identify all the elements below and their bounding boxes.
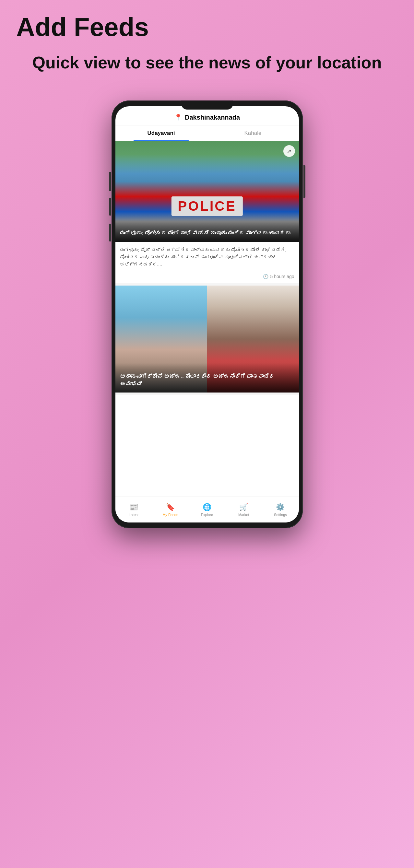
news-card-1[interactable]: ↗ ಮಂಗಳೂರು: ಪೊಲೀಸರ ಮೇಲೆ ದಾಳಿ ನಡೆಸಿ ಬಂದೂಕು… xyxy=(115,141,299,285)
tab-udayavani[interactable]: Udayavani xyxy=(115,125,207,141)
phone-screen: 📍 Dakshinakannada Udayavani Kahale ↗ ಮಂಗ… xyxy=(115,106,299,523)
tab-bar: Udayavani Kahale xyxy=(115,125,299,141)
news-body-1: ಮಂಗಳೂರು: ಬೈಕ್ ನಲ್ಲಿ ಆಗಮಿಸಿದ ನಾಲ್ವರು ಯುವಕ… xyxy=(115,242,299,271)
settings-icon: ⚙️ xyxy=(276,503,285,512)
bottom-navigation: 📰 Latest 🔖 My Feeds 🌐 Explore 🛒 Market ⚙… xyxy=(115,497,299,523)
volume-up-button xyxy=(109,198,111,216)
phone-shell: 📍 Dakshinakannada Udayavani Kahale ↗ ಮಂಗ… xyxy=(112,100,303,528)
page-title: Add Feeds xyxy=(16,13,149,41)
nav-label-latest: Latest xyxy=(129,513,139,517)
nav-item-market[interactable]: 🛒 Market xyxy=(225,497,262,523)
news-meta-1: 🕐 5 hours ago xyxy=(115,271,299,283)
phone-notch xyxy=(181,100,233,110)
nav-item-latest[interactable]: 📰 Latest xyxy=(115,497,152,523)
clock-icon: 🕐 xyxy=(263,274,268,279)
news-time-1: 5 hours ago xyxy=(270,274,294,279)
nav-label-settings: Settings xyxy=(274,513,287,517)
news-headline-1: ಮಂಗಳೂರು: ಪೊಲೀಸರ ಮೇಲೆ ದಾಳಿ ನಡೆಸಿ ಬಂದೂಕು ಮ… xyxy=(115,220,299,242)
news-excerpt-1: ಮಂಗಳೂರು: ಬೈಕ್ ನಲ್ಲಿ ಆಗಮಿಸಿದ ನಾಲ್ವರು ಯುವಕ… xyxy=(120,246,294,268)
my-feeds-icon: 🔖 xyxy=(166,503,175,512)
news-card-2[interactable]: ಆರಾಮವಾಗಿದ್ದೇನೆ ಅಜ್ಜ.. ಕೋಲಾರದಿಂದ ಅಜ್ಜನೊಂದ… xyxy=(115,285,299,395)
news-feed: ↗ ಮಂಗಳೂರು: ಪೊಲೀಸರ ಮೇಲೆ ದಾಳಿ ನಡೆಸಿ ಬಂದೂಕು… xyxy=(115,141,299,510)
page-subtitle: Quick view to see the news of your locat… xyxy=(16,52,398,74)
nav-item-my-feeds[interactable]: 🔖 My Feeds xyxy=(152,497,189,523)
market-icon: 🛒 xyxy=(239,503,248,512)
news-image-2: ಆರಾಮವಾಗಿದ್ದೇನೆ ಅಜ್ಜ.. ಕೋಲಾರದಿಂದ ಅಜ್ಜನೊಂದ… xyxy=(115,285,299,393)
tab-kahale[interactable]: Kahale xyxy=(207,125,299,141)
news-headline-2: ಆರಾಮವಾಗಿದ್ದೇನೆ ಅಜ್ಜ.. ಕೋಲಾರದಿಂದ ಅಜ್ಜನೊಂದ… xyxy=(115,363,299,393)
volume-down-button xyxy=(109,224,111,242)
nav-label-market: Market xyxy=(238,513,249,517)
location-pin-icon: 📍 xyxy=(174,114,182,121)
explore-icon: 🌐 xyxy=(203,503,211,512)
share-icon[interactable]: ↗ xyxy=(283,145,295,157)
latest-icon: 📰 xyxy=(129,503,138,512)
nav-label-explore: Explore xyxy=(201,513,213,517)
nav-label-my-feeds: My Feeds xyxy=(162,513,178,517)
nav-item-explore[interactable]: 🌐 Explore xyxy=(189,497,225,523)
news-image-1: ↗ ಮಂಗಳೂರು: ಪೊಲೀಸರ ಮೇಲೆ ದಾಳಿ ನಡೆಸಿ ಬಂದೂಕು… xyxy=(115,141,299,242)
nav-item-settings[interactable]: ⚙️ Settings xyxy=(262,497,299,523)
location-name: Dakshinakannada xyxy=(185,114,240,121)
